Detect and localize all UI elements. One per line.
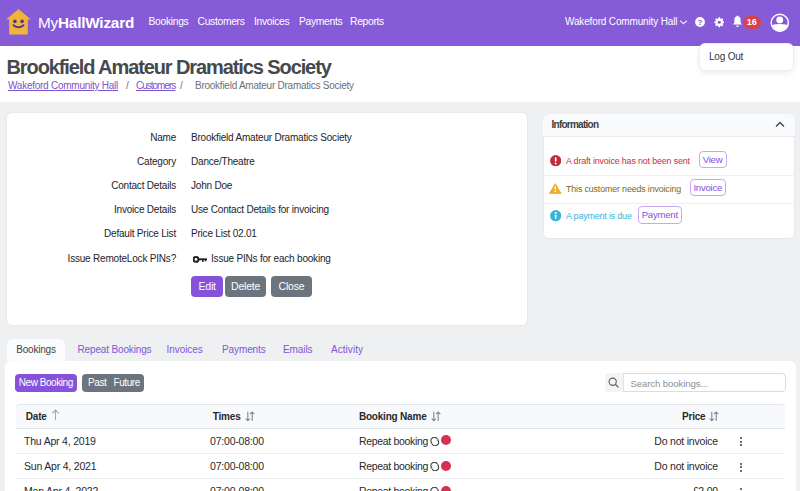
svg-text:?: ? <box>697 18 702 27</box>
